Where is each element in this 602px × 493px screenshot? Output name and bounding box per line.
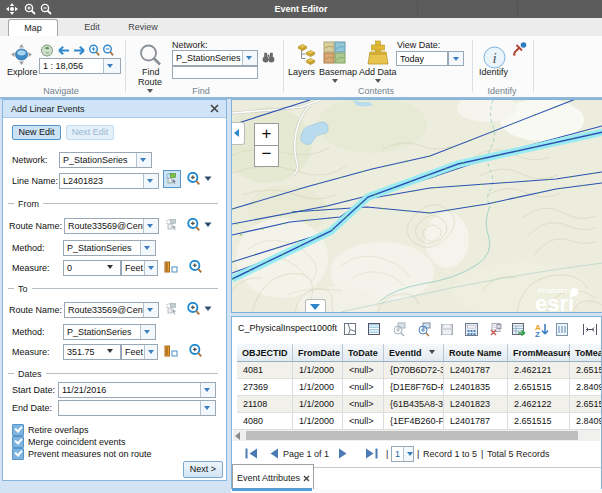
- svg-text:Z: Z: [535, 330, 540, 337]
- svg-text:i: i: [492, 50, 496, 66]
- svg-text:esri: esri: [535, 291, 574, 313]
